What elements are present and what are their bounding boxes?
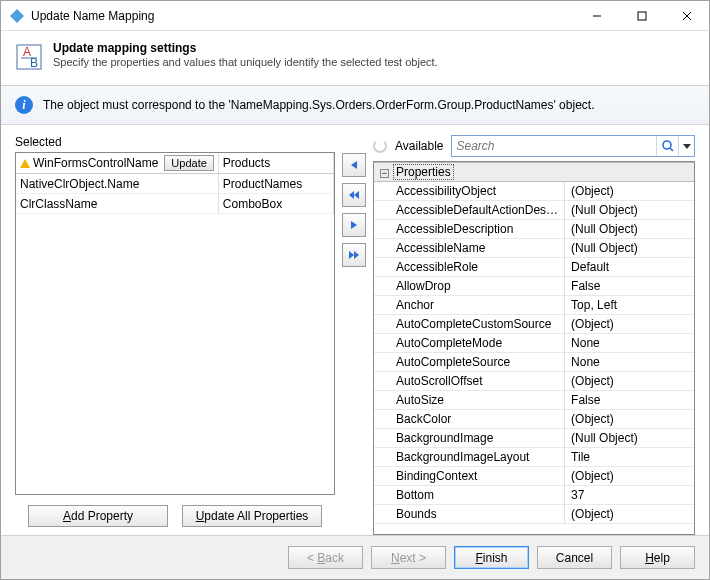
available-row[interactable]: AccessibleRoleDefault [374,258,694,277]
update-button[interactable]: Update [164,155,213,171]
warning-icon [20,159,30,168]
move-all-right-button[interactable] [342,243,366,267]
property-name: AccessibleRole [374,258,565,277]
info-bar: i The object must correspond to the 'Nam… [1,86,709,125]
search-button[interactable] [656,136,678,156]
available-row[interactable]: BindingContext(Object) [374,467,694,486]
svg-line-16 [670,148,673,151]
property-value[interactable]: ProductNames [218,174,333,194]
cancel-button[interactable]: Cancel [537,546,612,569]
available-row[interactable]: Bounds(Object) [374,505,694,524]
available-row[interactable]: BackgroundImageLayoutTile [374,448,694,467]
selected-row[interactable]: WinFormsControlNameUpdateProducts [16,153,334,174]
available-row[interactable]: AutoCompleteModeNone [374,334,694,353]
available-row[interactable]: AutoCompleteCustomSource(Object) [374,315,694,334]
property-name: AutoCompleteMode [374,334,565,353]
property-name: AccessibleDescription [374,220,565,239]
svg-marker-9 [351,161,357,169]
move-all-left-button[interactable] [342,183,366,207]
update-all-properties-button[interactable]: Update All Properties [182,505,322,527]
info-icon: i [15,96,33,114]
property-name: AutoCompleteSource [374,353,565,372]
svg-point-15 [663,141,671,149]
selected-label: Selected [15,135,335,152]
property-name: AutoSize [374,391,565,410]
search-dropdown-button[interactable] [678,136,694,156]
available-row[interactable]: AccessibleDefaultActionDes…(Null Object) [374,201,694,220]
properties-group-row[interactable]: −Properties [374,163,694,182]
available-row[interactable]: Bottom37 [374,486,694,505]
available-row[interactable]: BackgroundImage(Null Object) [374,429,694,448]
property-name: NativeClrObject.Name [20,177,139,191]
selected-row[interactable]: NativeClrObject.NameProductNames [16,174,334,194]
header-subtitle: Specify the properties and values that u… [53,56,438,68]
property-name: AccessibilityObject [374,182,565,201]
property-value: (Object) [565,372,694,391]
add-property-button[interactable]: Add Property [28,505,168,527]
available-row[interactable]: AccessibleDescription(Null Object) [374,220,694,239]
property-name: BindingContext [374,467,565,486]
property-name: ClrClassName [20,197,97,211]
property-value: (Null Object) [565,201,694,220]
available-row[interactable]: BackColor(Object) [374,410,694,429]
selected-table: WinFormsControlNameUpdateProductsNativeC… [15,152,335,495]
available-label: Available [395,139,443,153]
property-name: Anchor [374,296,565,315]
property-value: None [565,353,694,372]
svg-marker-11 [354,191,359,199]
available-properties-table: −Properties AccessibilityObject(Object)A… [373,161,695,535]
property-value[interactable]: Products [218,153,333,174]
property-value[interactable]: ComboBox [218,194,333,214]
available-row[interactable]: AutoSizeFalse [374,391,694,410]
available-scroll[interactable]: −Properties AccessibilityObject(Object)A… [374,162,694,534]
available-row[interactable]: AccessibilityObject(Object) [374,182,694,201]
svg-marker-17 [683,144,691,149]
property-name: AccessibleName [374,239,565,258]
finish-button[interactable]: Finish [454,546,529,569]
transfer-buttons [339,135,369,535]
property-value: (Object) [565,410,694,429]
dialog-window: Update Name Mapping A B Update mapping s… [0,0,710,580]
property-value: False [565,277,694,296]
maximize-button[interactable] [619,1,664,30]
move-right-button[interactable] [342,213,366,237]
group-header: Properties [393,164,454,180]
property-name: BackgroundImageLayout [374,448,565,467]
footer: < Back Next > Finish Cancel Help [1,535,709,579]
svg-text:B: B [30,56,38,70]
property-value: Default [565,258,694,277]
property-name: AutoScrollOffset [374,372,565,391]
property-value: (Null Object) [565,220,694,239]
property-value: (Null Object) [565,239,694,258]
property-value: 37 [565,486,694,505]
property-value: None [565,334,694,353]
collapse-icon[interactable]: − [380,169,389,178]
minimize-button[interactable] [574,1,619,30]
svg-marker-12 [351,221,357,229]
property-name: AutoCompleteCustomSource [374,315,565,334]
loading-spinner-icon [373,139,387,153]
available-row[interactable]: AnchorTop, Left [374,296,694,315]
property-value: (Object) [565,182,694,201]
selected-row[interactable]: ClrClassNameComboBox [16,194,334,214]
available-row[interactable]: AutoScrollOffset(Object) [374,372,694,391]
property-value: (Object) [565,467,694,486]
available-row[interactable]: AutoCompleteSourceNone [374,353,694,372]
move-left-button[interactable] [342,153,366,177]
back-button[interactable]: < Back [288,546,363,569]
property-name: Bounds [374,505,565,524]
info-text: The object must correspond to the 'NameM… [43,98,594,112]
header-title: Update mapping settings [53,41,438,55]
property-value: (Null Object) [565,429,694,448]
property-value: Tile [565,448,694,467]
available-row[interactable]: AllowDropFalse [374,277,694,296]
property-name: BackgroundImage [374,429,565,448]
property-name: Bottom [374,486,565,505]
help-button[interactable]: Help [620,546,695,569]
search-input[interactable] [452,136,656,156]
next-button[interactable]: Next > [371,546,446,569]
available-row[interactable]: AccessibleName(Null Object) [374,239,694,258]
close-button[interactable] [664,1,709,30]
titlebar: Update Name Mapping [1,1,709,31]
property-name: WinFormsControlName [33,156,158,170]
